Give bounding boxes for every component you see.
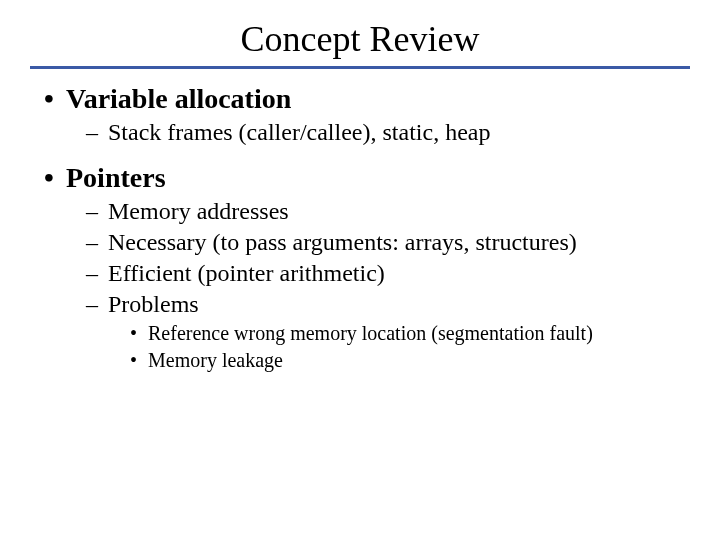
dash-icon: – [86, 260, 108, 287]
list-item-text: Efficient (pointer arithmetic) [108, 260, 385, 286]
dash-icon: – [86, 119, 108, 146]
sub-list-item-text: Reference wrong memory location (segment… [148, 322, 593, 344]
bullet-icon: • [130, 322, 148, 345]
bullet-icon: • [44, 162, 66, 194]
sub-list-item: •Reference wrong memory location (segmen… [130, 322, 690, 345]
list-item: –Stack frames (caller/callee), static, h… [86, 119, 690, 146]
list-item: –Memory addresses [86, 198, 690, 225]
dash-icon: – [86, 291, 108, 318]
section-heading-text: Variable allocation [66, 83, 291, 114]
bullet-icon: • [130, 349, 148, 372]
section-heading: •Variable allocation [44, 83, 690, 115]
list-item-text: Stack frames (caller/callee), static, he… [108, 119, 490, 145]
section-heading: •Pointers [44, 162, 690, 194]
slide: Concept Review •Variable allocation –Sta… [0, 0, 720, 540]
slide-title: Concept Review [30, 18, 690, 60]
dash-icon: – [86, 198, 108, 225]
section-heading-text: Pointers [66, 162, 166, 193]
bullet-icon: • [44, 83, 66, 115]
list-item: –Problems [86, 291, 690, 318]
list-item: –Efficient (pointer arithmetic) [86, 260, 690, 287]
sub-list-item: •Memory leakage [130, 349, 690, 372]
list-item-text: Necessary (to pass arguments: arrays, st… [108, 229, 577, 255]
dash-icon: – [86, 229, 108, 256]
sub-list-item-text: Memory leakage [148, 349, 283, 371]
list-item-text: Problems [108, 291, 199, 317]
list-item-text: Memory addresses [108, 198, 289, 224]
title-underline [30, 66, 690, 69]
list-item: –Necessary (to pass arguments: arrays, s… [86, 229, 690, 256]
